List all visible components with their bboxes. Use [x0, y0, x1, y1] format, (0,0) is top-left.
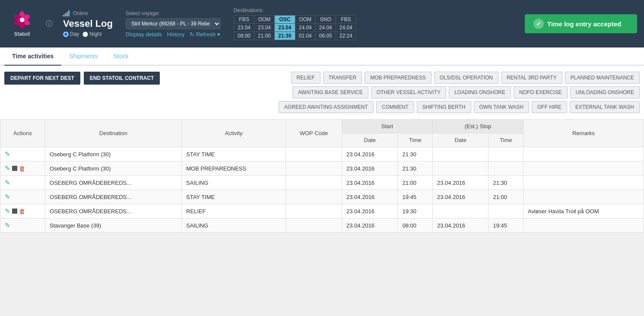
dest-header-oom: OOM: [254, 16, 274, 24]
activity-btn-shifting-berth[interactable]: SHIFTING BERTH: [417, 101, 471, 113]
night-radio[interactable]: Night: [82, 31, 102, 37]
activity-btn-awaiting-base-service[interactable]: AWAITING BASE SERVICE: [292, 86, 368, 98]
cell-remarks-0: [523, 147, 644, 161]
activity-btn-external-tank-wash[interactable]: EXTERNAL TANK WASH: [570, 101, 640, 113]
voyage-select[interactable]: Stril Merkur (89268 - PL - 39 Relief Sta…: [126, 18, 221, 29]
tab-stock[interactable]: Stock: [105, 47, 136, 66]
activity-btn-mob-preparedness[interactable]: MOB PREPAREDNESS: [365, 72, 431, 84]
dest-row1-cell-3: 24.04: [295, 24, 315, 32]
cell-destination-0: Oseberg C Platform (30): [45, 147, 181, 161]
cell-stop_date-0: [433, 147, 489, 161]
cell-stop_date-3: 23.04.2016: [433, 190, 489, 204]
history-link[interactable]: History: [167, 31, 184, 38]
activity-btn-own-tank-wash[interactable]: OWN TANK WASH: [474, 101, 529, 113]
stop-icon[interactable]: [12, 166, 17, 171]
cell-destination-5: Stavanger Base (39): [45, 218, 181, 233]
dest-row1-cell-5: 24.04: [336, 24, 356, 32]
dest-header-fbs: FBS: [234, 16, 254, 24]
activity-btn-transfer[interactable]: TRANSFER: [323, 72, 362, 84]
edit-icon[interactable]: ✎: [5, 193, 10, 201]
activity-btn-unloading-onshore[interactable]: UNLOADING ONSHORE: [570, 86, 640, 98]
display-details-link[interactable]: Display details: [126, 31, 162, 38]
tab-time-activities[interactable]: Time activities: [4, 47, 61, 66]
refresh-link[interactable]: ↻ Refresh ▾: [190, 31, 220, 38]
stop-icon[interactable]: [12, 209, 17, 214]
cell-stop_time-4: [489, 204, 523, 218]
cell-wop_code-2: [286, 176, 342, 190]
cell-stop_date-5: 23.04.2016: [433, 218, 489, 233]
cell-start_time-0: 21:30: [398, 147, 433, 161]
destinations-area: Destinations: FBSOOMOSCOOMSNOFBS 23.0423…: [234, 7, 356, 40]
online-label: Online: [73, 10, 88, 16]
logo-icon: [13, 10, 32, 29]
activity-btn-loading-onshore[interactable]: LOADING ONSHORE: [449, 86, 511, 98]
activity-buttons: RELIEFTRANSFERMOB PREPAREDNESSOLS/DSL OP…: [251, 72, 640, 113]
action-icons-3: ✎: [5, 193, 41, 201]
cell-stop_time-3: 21:00: [489, 190, 523, 204]
cell-wop_code-5: [286, 218, 342, 233]
col-activity: Activity: [182, 120, 286, 147]
action-icons-2: ✎: [5, 179, 41, 186]
col-stop-date: Date: [433, 133, 489, 147]
delete-icon[interactable]: 🗑: [19, 165, 25, 172]
activity-btn-nofo-exercise[interactable]: NOFO EXERCISE: [514, 86, 568, 98]
cell-remarks-4: Avløser Havila Troll på OOM: [523, 204, 644, 218]
edit-icon[interactable]: ✎: [5, 150, 10, 158]
dest-header-oom: OOM: [295, 16, 315, 24]
edit-icon[interactable]: ✎: [5, 164, 10, 172]
activity-btn-agreed-awaiting-assignment[interactable]: AGREED AWAITING ASSIGNMENT: [279, 101, 374, 113]
end-contract-button[interactable]: END STATOIL CONTRACT: [84, 72, 160, 85]
col-wop: WOP Code: [286, 120, 342, 147]
activity-btn-planned-maintenance[interactable]: PLANNED MAINTENANCE: [565, 72, 640, 84]
col-stop-time: Time: [489, 133, 523, 147]
activity-btn-other-vessel-activity[interactable]: OTHER VESSEL ACTIVITY: [371, 86, 446, 98]
dest-row1-cell-1: 23.04: [254, 24, 274, 32]
table-row: ✎OSEBERG OMRÅDEBEREDS...STAY TIME23.04.2…: [0, 190, 644, 204]
online-row: Online: [63, 10, 113, 16]
dest-header-fbs: FBS: [336, 16, 356, 24]
cell-actions-2: ✎: [0, 176, 45, 190]
check-icon: ✓: [533, 19, 544, 29]
cell-start_time-2: 21:00: [398, 176, 433, 190]
day-radio[interactable]: Day: [63, 31, 79, 37]
cell-activity-2: SAILING: [182, 176, 286, 190]
dest-row2-cell-3: 01:04: [295, 32, 315, 40]
edit-icon[interactable]: ✎: [5, 221, 10, 229]
header-center: Online Vessel Log Day Night: [63, 10, 113, 37]
depart-button[interactable]: DEPART FOR NEXT DEST: [4, 72, 80, 85]
table-row: ✎🗑Oseberg C Platform (30)MOB PREPAREDNES…: [0, 161, 644, 176]
cell-actions-5: ✎: [0, 218, 45, 233]
cell-wop_code-4: [286, 204, 342, 218]
col-stop-group: (Est.) Stop: [433, 120, 523, 133]
col-start-date: Date: [342, 133, 398, 147]
success-message: Time log entry accepted: [547, 20, 621, 28]
cell-start_date-1: 23.04.2016: [342, 161, 398, 176]
cell-stop_time-1: [489, 161, 523, 176]
dest-row2-cell-4: 06:05: [315, 32, 336, 40]
col-remarks: Remarks: [523, 120, 644, 147]
delete-icon[interactable]: 🗑: [19, 208, 25, 215]
activity-btn-ols/dsl-operation[interactable]: OLS/DSL OPERATION: [434, 72, 498, 84]
cell-destination-2: OSEBERG OMRÅDEBEREDS...: [45, 176, 181, 190]
dest-row2-cell-5: 22:24: [336, 32, 356, 40]
dest-row2-cell-1: 21:00: [254, 32, 274, 40]
dest-header-sno: SNO: [315, 16, 336, 24]
activity-btn-comment[interactable]: COMMENT: [376, 101, 414, 113]
cell-start_time-5: 08:00: [398, 218, 433, 233]
dest-row1-cell-0: 23.04: [234, 24, 254, 32]
activity-btn-rental-3rd-party[interactable]: RENTAL 3RD PARTY: [501, 72, 562, 84]
cell-start_time-1: 21:30: [398, 161, 433, 176]
activity-btn-off-hire[interactable]: OFF HIRE: [532, 101, 567, 113]
left-buttons: DEPART FOR NEXT DEST END STATOIL CONTRAC…: [4, 72, 160, 85]
voyage-label: Select voyage:: [126, 10, 221, 16]
cell-wop_code-1: [286, 161, 342, 176]
action-icons-0: ✎: [5, 150, 41, 158]
edit-icon[interactable]: ✎: [5, 207, 10, 215]
edit-icon[interactable]: ✎: [5, 179, 10, 186]
tab-shipments[interactable]: Shipments: [61, 47, 105, 66]
cell-start_date-2: 23.04.2016: [342, 176, 398, 190]
activity-btn-relief[interactable]: RELIEF: [291, 72, 320, 84]
cell-stop_date-2: 23.04.2016: [433, 176, 489, 190]
cell-remarks-5: [523, 218, 644, 233]
cell-actions-0: ✎: [0, 147, 45, 161]
